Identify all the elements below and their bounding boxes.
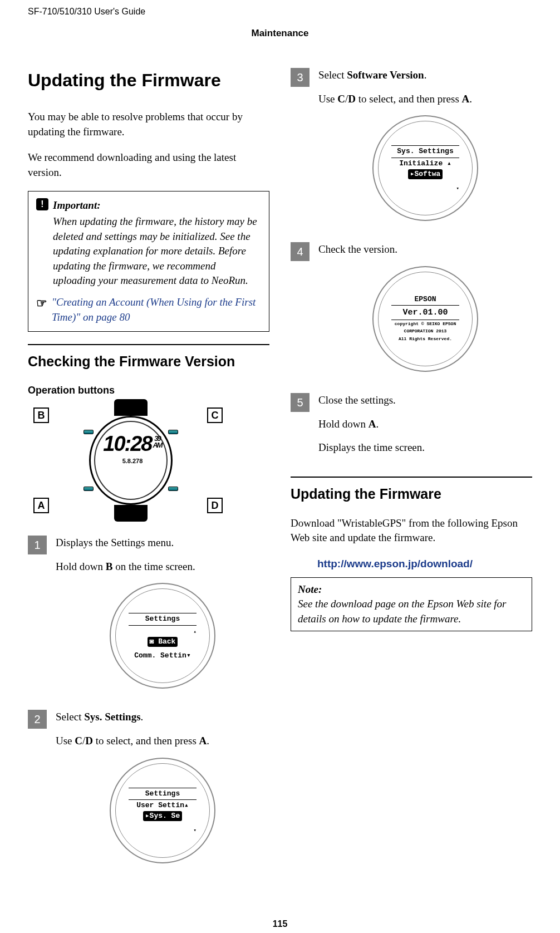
version-number: Ver.01.00: [391, 305, 459, 320]
step5-line2: Hold down A.: [318, 417, 532, 432]
step5-line1: Close the settings.: [318, 393, 532, 408]
important-callout: ! Important: When updating the firmware,…: [28, 191, 269, 332]
intro-paragraph-1: You may be able to resolve problems that…: [28, 110, 269, 139]
version-brand: EPSON: [391, 294, 459, 305]
note-box: Note: See the download page on the Epson…: [291, 577, 532, 632]
intro-paragraph-2: We recommend downloading and using the l…: [28, 150, 269, 180]
button-label-d: D: [207, 498, 223, 513]
step1-line1: Displays the Settings menu.: [56, 536, 269, 551]
screen2-row2: User Settin▴: [129, 800, 197, 811]
step-2: 2 Select Sys. Settings. Use C/D to selec…: [28, 710, 269, 878]
cross-reference: ☞ "Creating an Account (When Using for t…: [36, 295, 261, 325]
step-number: 1: [28, 536, 47, 554]
step-number: 3: [291, 68, 310, 87]
button-label-b: B: [33, 407, 49, 423]
screen3-title: Sys. Settings: [391, 145, 459, 158]
version-copyright2: CORPORATION 2013: [391, 327, 459, 335]
step1-line2: Hold down B on the time screen.: [56, 559, 269, 574]
screen-version: EPSON Ver.01.00 copyright © SEIKO EPSON …: [372, 266, 478, 372]
download-text: Download "WristableGPS" from the followi…: [291, 516, 532, 546]
note-label: Note:: [298, 582, 525, 597]
subsection-updating: Updating the Firmware: [291, 484, 532, 504]
page-title: Updating the Firmware: [28, 68, 269, 93]
important-icon: !: [36, 198, 48, 210]
watch-time: 10:28 39 AM: [103, 433, 161, 454]
screen-settings-2: Settings User Settin▴ ▸Sys. Se ▾: [110, 758, 215, 863]
step3-line2: Use C/D to select, and then press A.: [318, 92, 532, 107]
important-label: Important:: [53, 198, 101, 213]
page-number: 115: [28, 918, 532, 930]
screen1-row3: Comm. Settin▾: [129, 650, 197, 661]
important-body: When updating the firmware, the history …: [36, 214, 261, 288]
screen2-title: Settings: [129, 788, 197, 800]
divider: [28, 344, 269, 345]
watch-date: 5.8.278: [103, 457, 162, 465]
pointer-icon: ☞: [36, 295, 47, 312]
step2-line2: Use C/D to select, and then press A.: [56, 734, 269, 749]
screen3-selected: ▸Softwa: [408, 169, 443, 179]
watch-figure: B C A D 10:28: [33, 402, 223, 519]
operation-buttons-label: Operation buttons: [28, 384, 269, 397]
step2-line1: Select Sys. Settings.: [56, 710, 269, 725]
step-3: 3 Select Software Version. Use C/D to se…: [291, 68, 532, 237]
divider: [291, 477, 532, 478]
download-link[interactable]: http://www.epson.jp/download/: [291, 557, 532, 572]
step3-line1: Select Software Version.: [318, 68, 532, 83]
step-5: 5 Close the settings. Hold down A. Displ…: [291, 393, 532, 464]
screen1-selected: ◙ Back: [148, 637, 178, 647]
screen2-selected: ▸Sys. Se: [143, 811, 182, 821]
section-header: Maintenance: [28, 27, 532, 68]
version-copyright1: copyright © SEIKO EPSON: [391, 320, 459, 327]
button-label-c: C: [207, 407, 223, 423]
cross-reference-link[interactable]: "Creating an Account (When Using for the…: [52, 295, 261, 325]
step-1: 1 Displays the Settings menu. Hold down …: [28, 536, 269, 704]
step-number: 4: [291, 242, 310, 261]
button-label-a: A: [33, 498, 49, 513]
screen-sys-settings: Sys. Settings Initialize ▴ ▸Softwa ▾: [372, 115, 478, 221]
note-body: See the download page on the Epson Web s…: [298, 597, 525, 626]
step-number: 5: [291, 393, 310, 412]
subsection-checking: Checking the Firmware Version: [28, 352, 269, 371]
step-4: 4 Check the version. EPSON Ver.01.00 cop…: [291, 242, 532, 387]
version-copyright3: All Rights Reserved.: [391, 335, 459, 342]
screen1-title: Settings: [129, 613, 197, 625]
document-title: SF-710/510/310 User's Guide: [28, 6, 532, 27]
step-number: 2: [28, 710, 47, 729]
screen3-row2: Initialize ▴: [391, 158, 459, 169]
step5-line3: Displays the time screen.: [318, 440, 532, 455]
screen-settings-1: Settings ▴ ◙ Back Comm. Settin▾: [110, 583, 215, 689]
step4-line1: Check the version.: [318, 242, 532, 257]
